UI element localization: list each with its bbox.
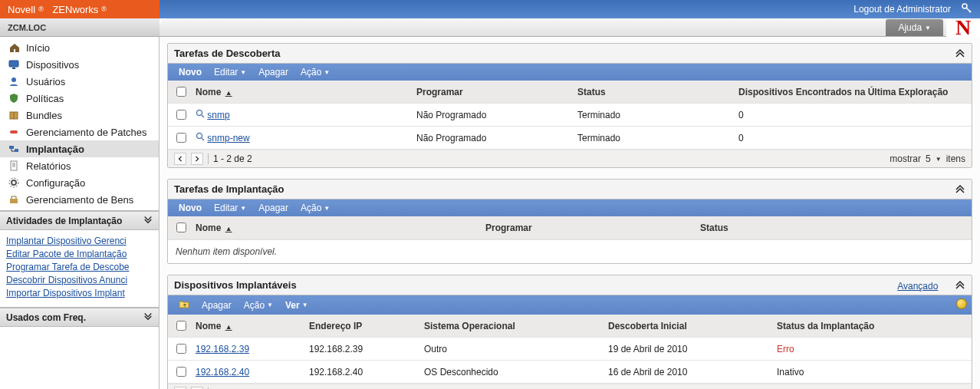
- toolbar-editar[interactable]: Editar ▼: [214, 203, 246, 213]
- table-header: Nome ▲ Programar Status Dispositivos Enc…: [168, 81, 972, 104]
- col-status[interactable]: Status: [700, 223, 972, 233]
- row-checkbox[interactable]: [176, 344, 186, 354]
- toolbar-apagar[interactable]: Apagar: [258, 67, 288, 77]
- cell-descoberta: 16 de Abril de 2010: [608, 367, 777, 377]
- sidebar: InícioDispositivosUsuáriosPolíticasBundl…: [0, 37, 159, 389]
- table-header: Nome ▲ Endereço IP Sistema Operacional D…: [168, 315, 972, 338]
- row-checkbox[interactable]: [176, 133, 186, 143]
- toolbar-acao[interactable]: Ação ▼: [244, 300, 273, 311]
- activity-link[interactable]: Editar Pacote de Implantação: [6, 249, 154, 259]
- col-disp[interactable]: Dispositivos Encontrados na Última Explo…: [738, 87, 972, 97]
- sort-icon: ▲: [225, 225, 232, 232]
- device-link[interactable]: 192.168.2.39: [196, 344, 249, 354]
- nav-item-package[interactable]: Bundles: [0, 107, 159, 124]
- select-all-checkbox[interactable]: [176, 321, 186, 331]
- toolbar-ver[interactable]: Ver ▼: [285, 300, 308, 311]
- table-row: 192.168.2.39 192.168.2.39 Outro 19 de Ab…: [168, 338, 972, 361]
- folder-up-icon[interactable]: [179, 298, 189, 312]
- sidebar-section-activities[interactable]: Atividades de Implantação: [0, 211, 159, 230]
- select-all-checkbox[interactable]: [176, 87, 186, 97]
- panel-deployable-devices: Dispositivos Implantáveis Avançado Apaga…: [167, 275, 972, 389]
- nav-label: Políticas: [26, 93, 64, 104]
- brand-product: ZENworks: [52, 4, 98, 15]
- activity-link[interactable]: Implantar Dispositivo Gerenci: [6, 236, 154, 246]
- nav-item-user[interactable]: Usuários: [0, 73, 159, 90]
- col-ip[interactable]: Endereço IP: [309, 321, 424, 331]
- novell-n-logo: N: [946, 18, 980, 37]
- col-os[interactable]: Sistema Operacional: [424, 321, 608, 331]
- caret-down-icon: ▼: [267, 302, 273, 308]
- activities-links: Implantar Dispositivo GerenciEditar Paco…: [0, 230, 159, 308]
- cell-os: Outro: [424, 344, 608, 354]
- monitor-icon: [8, 58, 20, 71]
- col-nome[interactable]: Nome ▲: [194, 321, 309, 331]
- logout-link[interactable]: Logout de Administrator: [853, 4, 951, 15]
- task-link[interactable]: snmp-new: [207, 133, 249, 143]
- nav-item-patch[interactable]: Gerenciamento de Patches: [0, 124, 159, 140]
- magnifier-icon: [196, 133, 205, 143]
- task-link[interactable]: snmp: [207, 110, 229, 120]
- select-all-checkbox[interactable]: [176, 223, 186, 232]
- nav-label: Dispositivos: [26, 59, 79, 71]
- advanced-link[interactable]: Avançado: [897, 281, 938, 292]
- nav-item-shield[interactable]: Políticas: [0, 90, 159, 107]
- nav-item-gear[interactable]: Configuração: [0, 174, 159, 191]
- chevron-down-icon[interactable]: [143, 312, 153, 323]
- col-status[interactable]: Status da Implantação: [777, 321, 972, 331]
- nav-item-home[interactable]: Início: [0, 39, 159, 56]
- pager-show-count[interactable]: 5: [926, 153, 931, 164]
- nav-item-deploy[interactable]: Implantação: [0, 140, 159, 157]
- sidebar-section-freq[interactable]: Usados com Freq.: [0, 308, 159, 327]
- col-programar[interactable]: Programar: [485, 223, 700, 233]
- subtop-right: Ajuda▼: [159, 18, 946, 37]
- activity-link[interactable]: Descobrir Dispositivos Anunci: [6, 275, 154, 285]
- activity-link[interactable]: Programar Tarefa de Descobe: [6, 262, 154, 272]
- nav-label: Gerenciamento de Bens: [26, 194, 133, 206]
- device-link[interactable]: 192.168.2.40: [196, 367, 249, 377]
- nav-item-asset[interactable]: Gerenciamento de Bens: [0, 191, 159, 208]
- cell-descoberta: 19 de Abril de 2010: [608, 344, 777, 354]
- chevron-down-icon[interactable]: [143, 215, 153, 226]
- toolbar-apagar[interactable]: Apagar: [258, 203, 288, 213]
- toolbar-deploy-tasks: Novo Editar ▼ Apagar Ação ▼: [168, 199, 972, 216]
- row-checkbox[interactable]: [176, 367, 186, 377]
- nav-label: Bundles: [26, 110, 62, 121]
- toolbar-novo[interactable]: Novo: [179, 67, 202, 77]
- caret-down-icon[interactable]: ▼: [936, 156, 942, 163]
- col-descoberta[interactable]: Descoberta Inicial: [608, 321, 777, 331]
- table-row: 192.168.2.40 192.168.2.40 OS Desconhecid…: [168, 361, 972, 384]
- globe-icon[interactable]: [956, 298, 967, 309]
- nav-item-monitor[interactable]: Dispositivos: [0, 56, 159, 73]
- nav-label: Implantação: [26, 143, 84, 155]
- toolbar-acao[interactable]: Ação ▼: [301, 203, 330, 213]
- toolbar-editar-label: Editar: [214, 203, 238, 213]
- nav-item-report[interactable]: Relatórios: [0, 157, 159, 174]
- asset-icon: [8, 193, 20, 206]
- pager-show-label: mostrar: [890, 153, 921, 164]
- col-nome[interactable]: Nome ▲: [194, 223, 485, 233]
- collapse-icon[interactable]: [955, 47, 965, 60]
- col-status[interactable]: Status: [577, 87, 738, 97]
- pager-next[interactable]: [191, 153, 203, 165]
- cell-programar: Não Programado: [416, 110, 577, 120]
- caret-down-icon: ▼: [324, 69, 330, 76]
- row-checkbox[interactable]: [176, 110, 186, 120]
- toolbar-apagar[interactable]: Apagar: [202, 300, 232, 311]
- collapse-icon[interactable]: [955, 280, 965, 292]
- shield-icon: [8, 92, 20, 104]
- caret-down-icon: ▼: [240, 69, 246, 76]
- pager-prev[interactable]: [174, 153, 186, 165]
- toolbar-acao[interactable]: Ação ▼: [301, 67, 330, 77]
- nav-label: Relatórios: [26, 160, 71, 172]
- key-icon[interactable]: [962, 3, 972, 16]
- col-nome[interactable]: Nome ▲: [194, 87, 416, 97]
- collapse-icon[interactable]: [955, 183, 965, 196]
- panel-title: Tarefas de Implantação: [174, 183, 284, 195]
- toolbar-editar-label: Editar: [214, 67, 238, 77]
- activity-link[interactable]: Importar Dispositivos Implant: [6, 288, 154, 298]
- help-button[interactable]: Ajuda▼: [886, 19, 943, 36]
- toolbar-novo[interactable]: Novo: [179, 203, 202, 213]
- freq-title: Usados com Freq.: [6, 312, 86, 323]
- col-programar[interactable]: Programar: [416, 87, 577, 97]
- toolbar-editar[interactable]: Editar ▼: [214, 67, 246, 77]
